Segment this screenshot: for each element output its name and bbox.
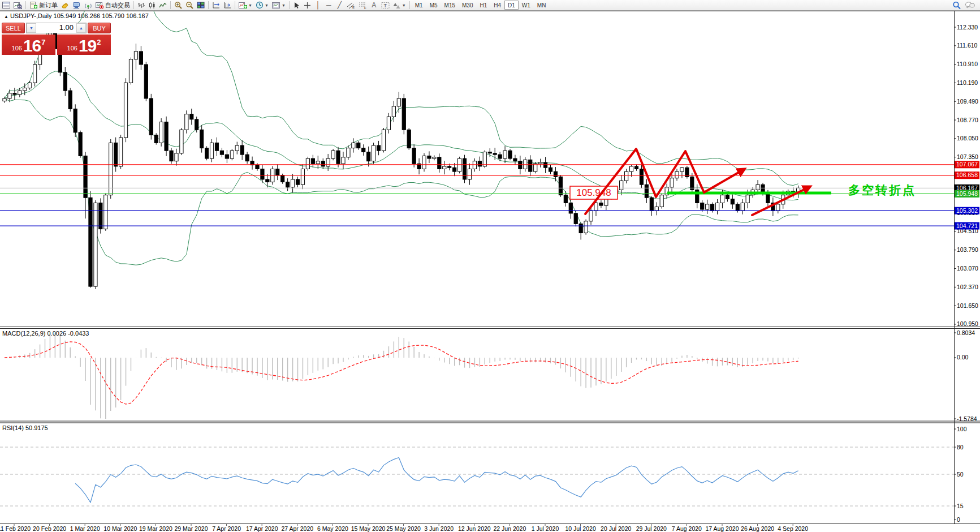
expert-advisors-button[interactable] [71, 1, 83, 10]
timeframe-button-MN[interactable]: MN [534, 1, 550, 10]
candlestick-chart-button[interactable] [146, 1, 157, 10]
svg-text:-1.5784: -1.5784 [957, 415, 977, 422]
text-label-icon: T [381, 2, 390, 9]
line-chart-button[interactable] [157, 1, 169, 10]
horizontal-level-lines[interactable] [0, 165, 954, 226]
profiles-icon [14, 2, 22, 9]
timeframe-button-H1[interactable]: H1 [476, 1, 490, 10]
volume-input[interactable]: 1.00 [36, 23, 76, 33]
timeframe-group: M1M5M15M30H1H4D1W1MN [412, 1, 550, 10]
bar-chart-button[interactable] [136, 1, 146, 10]
timeframe-button-D1[interactable]: D1 [504, 1, 519, 10]
horizontal-line-icon: ─ [326, 2, 331, 8]
shapes-icon [393, 2, 401, 9]
svg-text:10 Jul 2020: 10 Jul 2020 [565, 525, 595, 532]
sell-price-tile[interactable]: 106167 [2, 35, 55, 55]
candlestick-chart-icon [148, 2, 156, 9]
annotation-text[interactable]: 多空转折点 [848, 183, 916, 197]
dropdown-icon: ▼ [248, 3, 252, 7]
timeframe-button-H4[interactable]: H4 [490, 1, 504, 10]
crosshair-tool-button[interactable] [302, 1, 313, 10]
tile-windows-button[interactable] [195, 1, 206, 10]
svg-text:100.950: 100.950 [957, 320, 978, 327]
search-icon [952, 1, 961, 10]
chart-canvas[interactable]: 112.330111.610110.910110.190109.490108.7… [0, 0, 980, 532]
auto-arrange-icon [212, 2, 220, 9]
svg-text:T: T [383, 3, 387, 8]
text-tool-button[interactable]: A [369, 1, 379, 10]
channel-tool-button[interactable]: E [345, 1, 357, 10]
sell-button[interactable]: SELL [2, 23, 25, 33]
text-label-tool-button[interactable]: T [379, 1, 391, 10]
macd-signal-line [5, 342, 798, 404]
channel-icon: E [347, 2, 355, 9]
trendline-tool-button[interactable]: ╱ [334, 1, 345, 10]
new-order-button[interactable]: 新订单 [28, 1, 59, 10]
timeframe-button-W1[interactable]: W1 [519, 1, 534, 10]
line-chart-icon [159, 2, 167, 8]
terminal-button[interactable] [1, 1, 12, 10]
templates-button[interactable]: ▼ [270, 1, 287, 10]
buy-price-small: 106 [67, 45, 77, 52]
separator [133, 1, 134, 9]
profiles-button[interactable] [12, 1, 24, 10]
one-click-trading-panel: SELL ▼ 1.00 ▲ BUY 106167 106192 [2, 23, 111, 55]
timeframe-button-M1[interactable]: M1 [412, 1, 426, 10]
volume-down-button[interactable]: ▼ [27, 23, 36, 33]
chat-button[interactable] [963, 1, 977, 10]
price-callout-box[interactable]: 105.948 [570, 186, 618, 199]
buy-button[interactable]: BUY [88, 23, 111, 33]
periods-button[interactable]: ▼ [254, 1, 270, 10]
sell-price-big: 16 [23, 38, 41, 53]
svg-text:29 Jul 2020: 29 Jul 2020 [636, 525, 667, 532]
svg-text:110.910: 110.910 [957, 61, 978, 67]
signals-button[interactable] [83, 1, 94, 10]
terminal-icon [2, 2, 10, 8]
macd-axis: 0.80340.00-1.5784 [954, 329, 977, 422]
separator [208, 1, 209, 9]
zoom-in-button[interactable] [172, 1, 184, 10]
volume-control: ▼ 1.00 ▲ [26, 23, 87, 33]
autotrading-button[interactable]: 自动交易 [94, 1, 132, 10]
objects-expander-icon[interactable]: ▲ [4, 14, 8, 19]
timeframe-button-M30[interactable]: M30 [459, 1, 476, 10]
svg-text:103.070: 103.070 [957, 265, 978, 272]
svg-text:F: F [364, 6, 366, 9]
vertical-line-tool-button[interactable]: │ [313, 1, 323, 10]
svg-text:26 Aug 2020: 26 Aug 2020 [741, 525, 774, 532]
autotrading-icon [96, 2, 103, 9]
svg-text:7 Apr 2020: 7 Apr 2020 [212, 525, 241, 532]
svg-text:107.350: 107.350 [957, 153, 978, 160]
svg-text:15: 15 [957, 503, 964, 509]
svg-text:102.370: 102.370 [957, 284, 978, 290]
tile-windows-icon [197, 2, 205, 8]
zoom-out-button[interactable] [184, 1, 195, 10]
svg-text:50: 50 [957, 471, 964, 478]
search-button[interactable] [951, 1, 963, 10]
svg-text:22 Jun 2020: 22 Jun 2020 [493, 525, 526, 532]
indicators-button[interactable]: ▼ [237, 1, 254, 10]
timeframe-button-M15[interactable]: M15 [441, 1, 459, 10]
svg-text:10 Mar 2020: 10 Mar 2020 [103, 525, 137, 532]
grid-arrange-button[interactable] [222, 1, 233, 10]
shapes-tool-button[interactable]: ▼ [391, 1, 408, 10]
volume-up-button[interactable]: ▲ [76, 23, 86, 33]
date-axis: 11 Feb 202020 Feb 20201 Mar 202010 Mar 2… [0, 524, 808, 532]
zoom-in-icon [174, 1, 182, 9]
vertical-line-icon: │ [316, 2, 321, 8]
symbol-header: ▲USDJPY-,Daily 105.949 106.266 105.790 1… [4, 12, 149, 19]
cursor-tool-button[interactable] [291, 1, 302, 10]
auto-arrange-button[interactable] [210, 1, 222, 10]
svg-text:110.190: 110.190 [957, 79, 978, 86]
svg-text:11 Feb 2020: 11 Feb 2020 [0, 525, 31, 532]
new-order-label: 新订单 [39, 1, 58, 10]
svg-text:17 Aug 2020: 17 Aug 2020 [706, 525, 739, 532]
buy-price-tile[interactable]: 106192 [57, 35, 111, 55]
chat-icon [965, 1, 975, 9]
fibonacci-icon: F [359, 2, 367, 9]
metaeditor-button[interactable] [59, 1, 71, 10]
fibonacci-tool-button[interactable]: F [357, 1, 369, 10]
horizontal-line-tool-button[interactable]: ─ [323, 1, 334, 10]
timeframe-button-M5[interactable]: M5 [426, 1, 441, 10]
rsi-line [75, 458, 798, 503]
